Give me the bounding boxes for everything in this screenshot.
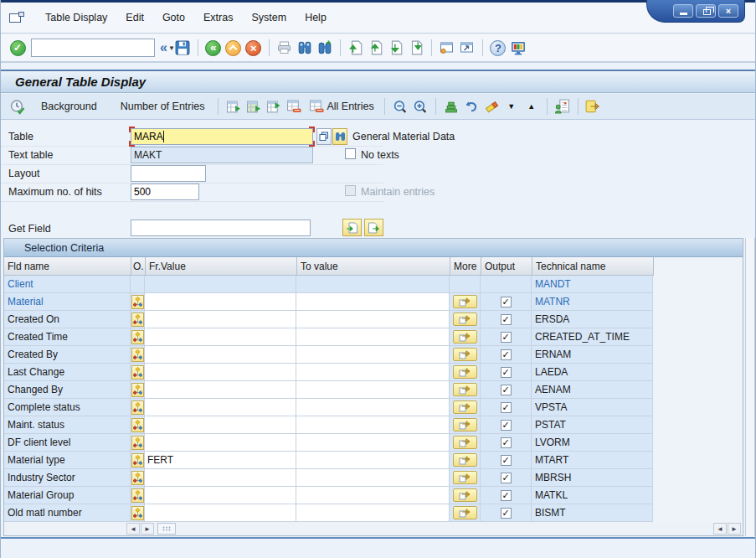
command-dropdown-icon[interactable]: ▼ bbox=[168, 39, 175, 56]
to-value-cell[interactable] bbox=[296, 311, 450, 328]
more-button[interactable] bbox=[453, 295, 477, 308]
technical-name-cell[interactable]: MATKL bbox=[532, 487, 653, 504]
table-input[interactable] bbox=[131, 128, 313, 145]
field-name-cell[interactable]: DF client level bbox=[4, 434, 131, 452]
previous-page-button[interactable] bbox=[366, 38, 386, 58]
from-value-cell[interactable] bbox=[145, 487, 296, 504]
exit-button[interactable] bbox=[224, 38, 244, 58]
field-name-cell[interactable]: Client bbox=[4, 276, 131, 293]
more-button[interactable] bbox=[453, 471, 477, 484]
vertical-scrollbar[interactable] bbox=[745, 238, 755, 536]
scroll-right-end-button[interactable]: ► bbox=[728, 523, 741, 535]
output-checkbox[interactable]: ✓ bbox=[501, 332, 512, 343]
command-field[interactable]: ▼ bbox=[31, 39, 155, 57]
technical-name-cell[interactable]: MTART bbox=[532, 452, 653, 469]
from-value-cell[interactable] bbox=[145, 311, 296, 328]
field-name-cell[interactable]: Created On bbox=[4, 311, 131, 328]
delete-selection-button[interactable] bbox=[481, 96, 501, 116]
no-texts-checkbox[interactable] bbox=[345, 148, 356, 159]
print-button[interactable] bbox=[275, 38, 295, 58]
technical-name-cell[interactable]: MANDT bbox=[532, 276, 653, 293]
more-button[interactable] bbox=[453, 453, 477, 467]
from-value-cell[interactable] bbox=[145, 328, 296, 346]
technical-name-cell[interactable]: VPSTA bbox=[532, 399, 653, 416]
expand-button[interactable]: ▲ bbox=[522, 96, 542, 116]
from-value-cell[interactable] bbox=[145, 364, 296, 381]
text-table-input[interactable] bbox=[131, 147, 313, 163]
scroll-right-button[interactable]: ► bbox=[141, 523, 154, 535]
menu-help[interactable]: Help bbox=[296, 8, 336, 27]
scroll-left-end-button[interactable]: ◄ bbox=[713, 523, 727, 535]
field-name-cell[interactable]: Maint. status bbox=[4, 416, 131, 434]
more-button[interactable] bbox=[453, 418, 477, 431]
to-value-cell[interactable] bbox=[296, 364, 450, 381]
from-value-cell[interactable] bbox=[145, 469, 296, 487]
to-value-cell[interactable] bbox=[296, 399, 450, 416]
col-more[interactable]: More bbox=[450, 257, 481, 276]
to-value-cell[interactable] bbox=[296, 346, 450, 364]
zoom-out-button[interactable] bbox=[390, 96, 410, 116]
first-page-button[interactable] bbox=[346, 38, 366, 58]
find-next-button[interactable] bbox=[315, 38, 335, 58]
system-menu-icon[interactable] bbox=[9, 12, 24, 23]
to-value-cell[interactable] bbox=[296, 381, 450, 399]
enter-button[interactable]: ✓ bbox=[8, 38, 28, 58]
more-button[interactable] bbox=[453, 313, 477, 326]
choose-output-fields-button[interactable] bbox=[264, 96, 284, 116]
help-button[interactable]: ? bbox=[488, 38, 508, 58]
more-button[interactable] bbox=[453, 400, 477, 414]
output-checkbox[interactable]: ✓ bbox=[501, 508, 512, 519]
customize-layout-button[interactable] bbox=[508, 38, 528, 58]
from-value-cell[interactable] bbox=[145, 504, 296, 522]
collapse-button[interactable]: ▼ bbox=[501, 96, 522, 116]
technical-name-cell[interactable]: MBRSH bbox=[532, 469, 653, 487]
col-technical-name[interactable]: Technical name bbox=[532, 257, 654, 276]
select-options-button[interactable] bbox=[131, 383, 144, 397]
insert-all-fields-button[interactable] bbox=[364, 219, 383, 236]
from-value-cell[interactable]: FERT bbox=[145, 452, 296, 469]
cancel-button[interactable]: × bbox=[244, 38, 264, 58]
more-button[interactable] bbox=[453, 436, 477, 449]
copy-button[interactable] bbox=[316, 128, 332, 145]
select-options-button[interactable] bbox=[131, 488, 144, 503]
output-checkbox[interactable]: ✓ bbox=[501, 420, 512, 431]
to-value-cell[interactable] bbox=[296, 469, 450, 487]
to-value-cell[interactable] bbox=[296, 434, 450, 452]
find-button[interactable] bbox=[295, 38, 315, 58]
restore-button[interactable] bbox=[696, 4, 716, 18]
output-checkbox[interactable]: ✓ bbox=[501, 473, 512, 483]
select-options-button[interactable] bbox=[131, 506, 144, 520]
menu-table-display[interactable]: Table Display bbox=[36, 8, 116, 27]
from-value-cell[interactable] bbox=[145, 416, 296, 434]
choose-fields-button[interactable] bbox=[224, 96, 244, 116]
select-options-button[interactable] bbox=[131, 453, 144, 468]
more-button[interactable] bbox=[453, 348, 477, 361]
technical-name-cell[interactable]: CREATED_AT_TIME bbox=[532, 328, 653, 346]
field-name-cell[interactable]: Changed By bbox=[4, 381, 131, 399]
col-operator[interactable]: O. bbox=[131, 257, 146, 276]
select-options-button[interactable] bbox=[131, 295, 144, 309]
user-parameters-button[interactable] bbox=[553, 96, 573, 116]
scroll-left-button[interactable]: ◄ bbox=[126, 523, 140, 535]
field-name-cell[interactable]: Last Change bbox=[4, 364, 131, 381]
output-checkbox[interactable]: ✓ bbox=[501, 297, 512, 307]
exit-list-button[interactable] bbox=[584, 96, 604, 116]
technical-name-cell[interactable]: PSTAT bbox=[532, 416, 653, 434]
scrollbar-thumb[interactable] bbox=[157, 523, 176, 535]
deselect-all-button[interactable] bbox=[284, 96, 304, 116]
choose-selection-fields-button[interactable] bbox=[244, 96, 264, 116]
new-session-button[interactable] bbox=[437, 38, 457, 58]
technical-name-cell[interactable]: LAEDA bbox=[532, 364, 653, 381]
select-options-button[interactable] bbox=[131, 400, 144, 415]
output-checkbox[interactable]: ✓ bbox=[501, 402, 512, 413]
execute-button[interactable] bbox=[8, 96, 28, 116]
col-to-value[interactable]: To value bbox=[297, 257, 450, 276]
command-input[interactable] bbox=[32, 39, 168, 56]
next-page-button[interactable] bbox=[386, 38, 406, 58]
layout-input[interactable] bbox=[131, 165, 206, 182]
table-search-button[interactable] bbox=[332, 128, 347, 145]
field-name-cell[interactable]: Created By bbox=[4, 346, 131, 364]
background-button[interactable]: Background bbox=[33, 97, 105, 116]
select-options-button[interactable] bbox=[131, 436, 144, 450]
save-button[interactable] bbox=[172, 38, 193, 58]
